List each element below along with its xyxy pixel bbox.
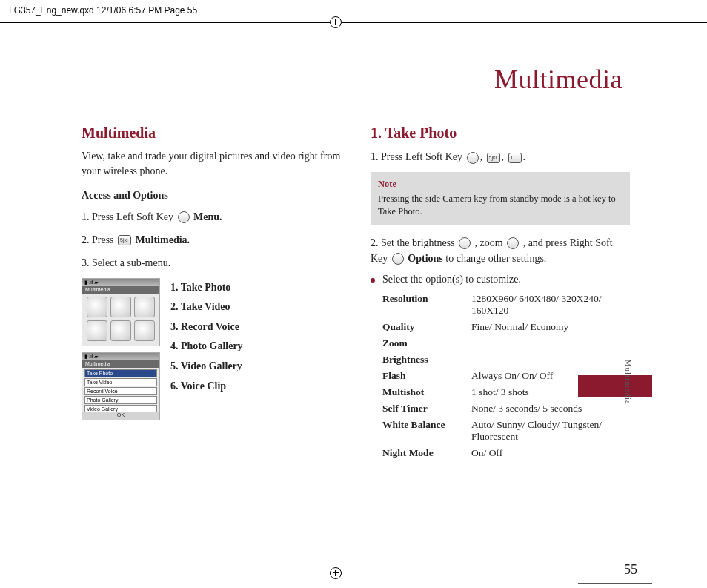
option-row: Resolution1280X960/ 640X480/ 320X240/ 16…: [382, 293, 630, 317]
option-value: None/ 3 seconds/ 5 seconds: [471, 403, 630, 414]
step-text: Multimedia.: [136, 234, 190, 245]
crop-mark: [0, 22, 707, 23]
option-key: Brightness: [382, 354, 471, 366]
option-value: 1280X960/ 640X480/ 320X240/ 160X120: [471, 293, 630, 317]
option-value: Auto/ Sunny/ Cloudy/ Tungsten/ Fluoresce…: [471, 419, 630, 443]
option-row: Brightness: [382, 354, 630, 366]
phone-screenshot-list: ▮ .ıl ▰ Multimedia Take Photo Take Video…: [82, 352, 160, 420]
submenu-item: 4. Photo Gallery: [170, 337, 243, 357]
side-section-label: Multimedia: [624, 360, 633, 405]
page: LG357_Eng_new.qxd 12/1/06 6:57 PM Page 5…: [0, 0, 707, 588]
thumb-tab: [578, 375, 652, 397]
step-text: 2. Set the brightness: [371, 237, 457, 248]
number-key-5-icon: 5jkl: [118, 235, 131, 245]
soft-key-icon: [178, 211, 190, 223]
content-area: Multimedia Multimedia View, take and tra…: [82, 64, 652, 568]
bullet-customize: Select the option(s) to customize.: [371, 274, 630, 285]
submenu-block: ▮ .ıl ▰ Multimedia ▮ .ıl ▰ Multimedia Ta…: [82, 278, 341, 426]
phone-screenshot-grid: ▮ .ıl ▰ Multimedia: [82, 278, 160, 346]
option-key: Zoom: [382, 337, 471, 349]
soft-key-icon: [467, 152, 479, 164]
step-text: Menu.: [193, 211, 222, 222]
step-text: , zoom: [475, 237, 506, 248]
right-column: 1. Take Photo 1. Press Left Soft Key , 5…: [371, 125, 630, 463]
step-text: 1. Press Left Soft Key: [371, 151, 465, 162]
step-text: to change other settings.: [445, 253, 546, 264]
option-value: Fine/ Normal/ Economy: [471, 321, 630, 333]
registration-mark-icon: [330, 16, 342, 28]
number-key-5-icon: 5jkl: [487, 153, 500, 163]
page-title: Multimedia: [82, 64, 652, 95]
submenu-item: 5. Video Gallery: [170, 357, 243, 377]
submenu-list: 1. Take Photo 2. Take Video 3. Record Vo…: [170, 278, 243, 426]
step-text: Options: [408, 253, 442, 264]
note-box: Note Pressing the side Camera key from s…: [371, 172, 630, 225]
section-heading-take-photo: 1. Take Photo: [371, 125, 630, 142]
submenu-item: 1. Take Photo: [170, 278, 243, 298]
option-row: Zoom: [382, 337, 630, 349]
option-key: Flash: [382, 370, 471, 382]
option-value: On/ Off: [471, 447, 630, 459]
option-key: Quality: [382, 321, 471, 333]
step-3: 3. Select a sub-menu.: [82, 255, 341, 271]
option-row: Self TimerNone/ 3 seconds/ 5 seconds: [382, 403, 630, 414]
screenshots: ▮ .ıl ▰ Multimedia ▮ .ıl ▰ Multimedia Ta…: [82, 278, 160, 426]
option-key: Night Mode: [382, 447, 471, 459]
option-row: QualityFine/ Normal/ Economy: [382, 321, 630, 333]
page-number: 55: [624, 562, 637, 578]
step-text: 2. Press: [82, 234, 116, 245]
nav-up-down-icon: [507, 237, 519, 249]
option-key: White Balance: [382, 419, 471, 443]
step-2: 2. Press 5jkl Multimedia.: [82, 232, 341, 248]
intro-text: View, take and trade your digital pictur…: [82, 149, 341, 179]
submenu-item: 2. Take Video: [170, 297, 243, 317]
option-key: Multishot: [382, 386, 471, 398]
option-value: [471, 354, 630, 366]
option-row: White BalanceAuto/ Sunny/ Cloudy/ Tungst…: [382, 419, 630, 443]
option-key: Self Timer: [382, 403, 471, 414]
number-key-1-icon: 1: [508, 153, 522, 163]
option-value: [471, 337, 630, 349]
columns: Multimedia View, take and trade your dig…: [82, 125, 652, 463]
nav-left-right-icon: [459, 237, 471, 249]
note-body: Pressing the side Camera key from standb…: [378, 193, 623, 219]
section-heading-multimedia: Multimedia: [82, 125, 341, 142]
option-row: Night ModeOn/ Off: [382, 447, 630, 459]
access-options-heading: Access and Options: [82, 190, 341, 202]
step-1: 1. Press Left Soft Key , 5jkl, 1.: [371, 149, 630, 165]
option-key: Resolution: [382, 293, 471, 317]
step-2: 2. Set the brightness , zoom , and press…: [371, 235, 630, 266]
soft-key-icon: [392, 253, 404, 265]
submenu-item: 3. Record Voice: [170, 317, 243, 337]
submenu-item: 6. Voice Clip: [170, 377, 243, 397]
step-text: 1. Press Left Soft Key: [82, 211, 176, 222]
registration-mark-icon: [330, 567, 342, 579]
document-slug: LG357_Eng_new.qxd 12/1/06 6:57 PM Page 5…: [9, 5, 197, 16]
left-column: Multimedia View, take and trade your dig…: [82, 125, 341, 463]
side-rule: [578, 583, 652, 584]
step-1: 1. Press Left Soft Key Menu.: [82, 209, 341, 225]
note-title: Note: [378, 178, 623, 191]
